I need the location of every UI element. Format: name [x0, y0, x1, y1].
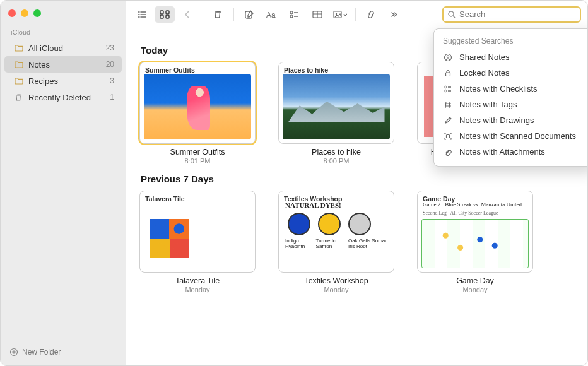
note-thumb-art: [144, 74, 251, 139]
note-thumbnail: Textiles Workshop NATURAL DYES! Indigo H…: [278, 191, 394, 273]
close-window-button[interactable]: [8, 9, 16, 17]
new-folder-button[interactable]: New Folder: [1, 343, 126, 362]
thumb-handwritten: Game 2 : Blue Streak vs. Manzanita Unite…: [423, 201, 522, 208]
paperclip-icon: [443, 148, 453, 156]
thumb-handwritten: NATURAL DYES!: [285, 201, 341, 209]
sidebar-item-notes[interactable]: Notes 20: [4, 56, 122, 73]
note-card[interactable]: Talavera Tile Talavera Tile Monday: [139, 191, 256, 293]
suggested-item-locked-notes[interactable]: Locked Notes: [434, 65, 588, 81]
scan-icon: [443, 132, 453, 141]
new-folder-label: New Folder: [22, 348, 61, 357]
note-card[interactable]: Places to hike Places to hike 8:00 PM: [278, 62, 394, 165]
suggested-item-tags[interactable]: Notes with Tags: [434, 97, 588, 112]
sidebar-item-recently-deleted[interactable]: Recently Deleted 1: [4, 89, 122, 105]
checklist-icon: [443, 85, 453, 93]
list-view-button[interactable]: [132, 6, 152, 23]
note-thumb-art: [283, 74, 390, 139]
svg-rect-15: [446, 73, 450, 76]
note-time: 8:01 PM: [139, 157, 256, 165]
media-menu-button[interactable]: [330, 6, 350, 23]
note-thumbnail: Game Day Game 2 : Blue Streak vs. Manzan…: [417, 191, 533, 273]
note-card[interactable]: Textiles Workshop NATURAL DYES! Indigo H…: [278, 191, 394, 293]
svg-rect-3: [160, 15, 163, 18]
folder-icon: [15, 44, 23, 52]
note-thumbnail: Places to hike: [278, 62, 394, 144]
thumb-subtext: Second Leg · All-City Soccer League: [423, 210, 498, 216]
svg-rect-2: [166, 11, 169, 14]
checklist-button[interactable]: [285, 6, 305, 23]
sidebar-item-all-icloud[interactable]: All iCloud 23: [4, 40, 122, 56]
suggested-item-checklists[interactable]: Notes with Checklists: [434, 81, 588, 97]
app-window: iCloud All iCloud 23 Notes 20 Recipes 3 …: [0, 0, 588, 366]
note-title: Summer Outfits: [139, 148, 256, 156]
sidebar-item-label: Recipes: [28, 76, 58, 86]
search-field[interactable]: [442, 6, 581, 23]
svg-point-7: [290, 11, 293, 14]
group-label-previous-7-days: Previous 7 Days: [141, 174, 572, 184]
note-time: 8:00 PM: [278, 157, 394, 165]
sidebar: iCloud All iCloud 23 Notes 20 Recipes 3 …: [1, 1, 126, 365]
hash-icon: [443, 100, 453, 109]
fullscreen-window-button[interactable]: [33, 9, 41, 17]
sidebar-item-count: 1: [110, 93, 114, 102]
toolbar-separator: [355, 8, 356, 21]
person-circle-icon: [443, 53, 453, 62]
search-icon: [447, 10, 456, 19]
suggested-searches-popover: Suggested Searches Shared Notes Locked N…: [433, 28, 588, 167]
window-controls: [1, 6, 126, 26]
toolbar: Aa: [126, 1, 587, 28]
svg-rect-1: [160, 11, 163, 14]
note-title: Talavera Tile: [139, 276, 256, 285]
note-card[interactable]: Game Day Game 2 : Blue Streak vs. Manzan…: [417, 191, 533, 293]
sidebar-item-count: 23: [106, 44, 114, 52]
overflow-button[interactable]: [384, 6, 404, 23]
toolbar-separator: [203, 8, 203, 21]
sidebar-item-count: 3: [110, 76, 114, 85]
pencil-icon: [443, 116, 453, 125]
note-thumb-art: [144, 203, 251, 268]
notes-grid-previous: Talavera Tile Talavera Tile Monday Texti…: [139, 191, 573, 293]
sidebar-item-label: Recently Deleted: [28, 93, 91, 102]
table-button[interactable]: [307, 6, 327, 23]
suggested-item-scanned-documents[interactable]: Notes with Scanned Documents: [434, 128, 588, 144]
link-button[interactable]: [361, 6, 381, 23]
svg-point-11: [336, 13, 337, 14]
note-time: Monday: [139, 286, 256, 293]
swatch-turmeric: [318, 213, 341, 235]
grid-view-button[interactable]: [155, 6, 175, 23]
suggested-searches-header: Suggested Searches: [434, 34, 588, 49]
note-thumb-header: Places to hike: [284, 66, 328, 74]
sidebar-item-label: All iCloud: [28, 44, 63, 53]
suggested-item-shared-notes[interactable]: Shared Notes: [434, 49, 588, 65]
note-title: Game Day: [417, 276, 533, 285]
svg-point-17: [445, 90, 447, 92]
note-title: Places to hike: [278, 148, 394, 156]
sidebar-item-count: 20: [106, 60, 114, 69]
sidebar-section-label: iCloud: [1, 26, 126, 40]
note-time: Monday: [417, 286, 533, 293]
sidebar-item-recipes[interactable]: Recipes 3: [4, 73, 122, 89]
search-input[interactable]: [459, 9, 576, 19]
svg-point-16: [445, 86, 447, 88]
suggested-item-attachments[interactable]: Notes with Attachments: [434, 144, 588, 160]
note-time: Monday: [278, 286, 394, 293]
text-format-button[interactable]: Aa: [262, 6, 282, 23]
note-thumb-header: Talavera Tile: [145, 195, 185, 203]
note-thumbnail: Talavera Tile: [139, 191, 256, 273]
swatch-oak: [348, 213, 371, 235]
trash-icon: [15, 93, 23, 102]
note-card[interactable]: Summer Outfits Summer Outfits 8:01 PM: [139, 62, 256, 165]
svg-point-12: [449, 11, 454, 16]
back-button[interactable]: [177, 6, 197, 23]
compose-note-button[interactable]: [239, 6, 259, 23]
folder-icon: [15, 61, 23, 68]
folder-icon: [15, 77, 23, 85]
swatch-labels: Indigo Hyacinth Turmeric Saffron Oak Gal…: [285, 238, 390, 249]
plus-circle-icon: [9, 348, 18, 357]
note-thumb-header: Summer Outfits: [145, 66, 195, 74]
note-thumbnail: Summer Outfits: [139, 62, 256, 144]
note-title: Textiles Workshop: [278, 276, 394, 285]
delete-note-button[interactable]: [208, 6, 228, 23]
suggested-item-drawings[interactable]: Notes with Drawings: [434, 112, 588, 128]
minimize-window-button[interactable]: [21, 9, 28, 17]
